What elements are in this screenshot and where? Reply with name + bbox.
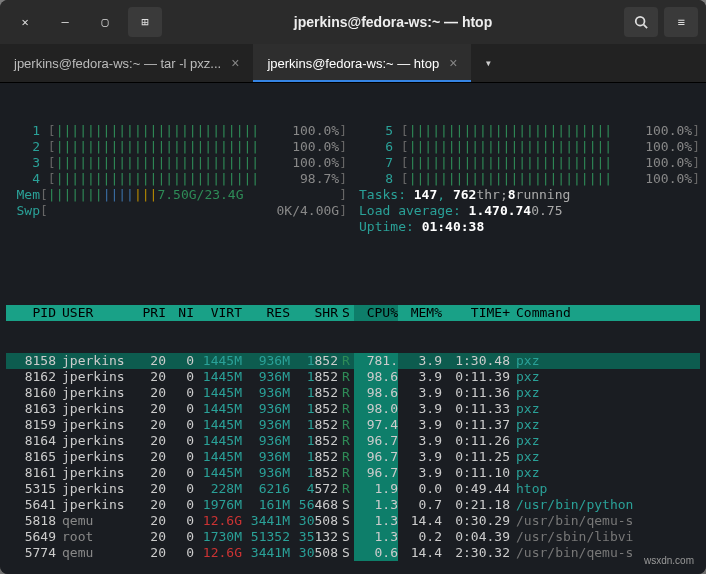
- process-row[interactable]: 8165 jperkins 20 0 1445M 936M 1852 R 96.…: [6, 449, 700, 465]
- cpu-meter-6: 6 [||||||||||||||||||||||||||100.0%]: [359, 139, 700, 155]
- uptime-info: Uptime: 01:40:38: [359, 219, 700, 235]
- process-row[interactable]: 8160 jperkins 20 0 1445M 936M 1852 R 98.…: [6, 385, 700, 401]
- cpu-meter-3: 3 [||||||||||||||||||||||||||100.0%]: [6, 155, 347, 171]
- cpu-meter-1: 1 [||||||||||||||||||||||||||100.0%]: [6, 123, 347, 139]
- process-row[interactable]: 5315 jperkins 20 0 228M 6216 4572 R 1.9 …: [6, 481, 700, 497]
- close-button[interactable]: ✕: [8, 7, 42, 37]
- new-tab-button[interactable]: ⊞: [128, 7, 162, 37]
- minimize-button[interactable]: –: [48, 7, 82, 37]
- search-button[interactable]: [624, 7, 658, 37]
- svg-point-0: [636, 17, 645, 26]
- col-cpu[interactable]: CPU%: [354, 305, 398, 321]
- col-user[interactable]: USER: [56, 305, 134, 321]
- process-row[interactable]: 5641 jperkins 20 0 1976M 161M 56468 S 1.…: [6, 497, 700, 513]
- meters-panel: 1 [||||||||||||||||||||||||||100.0%]2 [|…: [6, 123, 700, 235]
- process-row[interactable]: 5818 qemu 20 0 12.6G 3441M 30508 S 1.3 1…: [6, 513, 700, 529]
- tasks-info: Tasks: 147, 762 thr; 8 running: [359, 187, 700, 203]
- terminal-content[interactable]: 1 [||||||||||||||||||||||||||100.0%]2 [|…: [0, 83, 706, 574]
- process-row[interactable]: 8163 jperkins 20 0 1445M 936M 1852 R 98.…: [6, 401, 700, 417]
- cpu-meter-4: 4 [||||||||||||||||||||||||||98.7%]: [6, 171, 347, 187]
- cpu-meter-8: 8 [||||||||||||||||||||||||||100.0%]: [359, 171, 700, 187]
- tab-label: jperkins@fedora-ws:~ — tar -l pxz...: [14, 56, 221, 71]
- col-time[interactable]: TIME+: [442, 305, 510, 321]
- process-row[interactable]: 5649 root 20 0 1730M 51352 35132 S 1.3 0…: [6, 529, 700, 545]
- hamburger-menu-button[interactable]: ≡: [664, 7, 698, 37]
- col-s[interactable]: S: [338, 305, 354, 321]
- process-row[interactable]: 8162 jperkins 20 0 1445M 936M 1852 R 98.…: [6, 369, 700, 385]
- watermark: wsxdn.com: [644, 555, 694, 566]
- cpu-meter-7: 7 [||||||||||||||||||||||||||100.0%]: [359, 155, 700, 171]
- col-mem[interactable]: MEM%: [398, 305, 442, 321]
- terminal-window: ✕ – ▢ ⊞ jperkins@fedora-ws:~ — htop ≡ jp…: [0, 0, 706, 574]
- cpu-meter-2: 2 [||||||||||||||||||||||||||100.0%]: [6, 139, 347, 155]
- col-command[interactable]: Command: [510, 305, 698, 321]
- tab-tar[interactable]: jperkins@fedora-ws:~ — tar -l pxz... ×: [0, 44, 253, 82]
- col-pid[interactable]: PID: [8, 305, 56, 321]
- col-res[interactable]: RES: [242, 305, 290, 321]
- process-row[interactable]: 8164 jperkins 20 0 1445M 936M 1852 R 96.…: [6, 433, 700, 449]
- process-list: 8158 jperkins 20 0 1445M 936M 1852 R 781…: [6, 353, 700, 561]
- cpu-meter-5: 5 [||||||||||||||||||||||||||100.0%]: [359, 123, 700, 139]
- svg-line-1: [644, 25, 648, 29]
- close-tab-icon[interactable]: ×: [449, 55, 457, 71]
- tabs-overflow-button[interactable]: ▾: [471, 44, 505, 82]
- process-row[interactable]: 5774 qemu 20 0 12.6G 3441M 30508 S 0.6 1…: [6, 545, 700, 561]
- memory-meter: Mem[||||||||||||||7.50G/23.4G]: [6, 187, 347, 203]
- process-row[interactable]: 8158 jperkins 20 0 1445M 936M 1852 R 781…: [6, 353, 700, 369]
- col-ni[interactable]: NI: [166, 305, 194, 321]
- loadavg-info: Load average: 1.47 0.74 0.75: [359, 203, 700, 219]
- maximize-button[interactable]: ▢: [88, 7, 122, 37]
- process-row[interactable]: 8159 jperkins 20 0 1445M 936M 1852 R 97.…: [6, 417, 700, 433]
- tab-bar: jperkins@fedora-ws:~ — tar -l pxz... × j…: [0, 44, 706, 83]
- window-title: jperkins@fedora-ws:~ — htop: [168, 14, 618, 30]
- process-table-header[interactable]: PID USER PRI NI VIRT RES SHR S CPU% MEM%…: [6, 305, 700, 321]
- tab-label: jperkins@fedora-ws:~ — htop: [267, 56, 439, 71]
- process-row[interactable]: 8161 jperkins 20 0 1445M 936M 1852 R 96.…: [6, 465, 700, 481]
- titlebar: ✕ – ▢ ⊞ jperkins@fedora-ws:~ — htop ≡: [0, 0, 706, 44]
- tab-htop[interactable]: jperkins@fedora-ws:~ — htop ×: [253, 44, 471, 82]
- col-pri[interactable]: PRI: [134, 305, 166, 321]
- col-virt[interactable]: VIRT: [194, 305, 242, 321]
- swap-meter: Swp[0K/4.00G]: [6, 203, 347, 219]
- col-shr[interactable]: SHR: [290, 305, 338, 321]
- close-tab-icon[interactable]: ×: [231, 55, 239, 71]
